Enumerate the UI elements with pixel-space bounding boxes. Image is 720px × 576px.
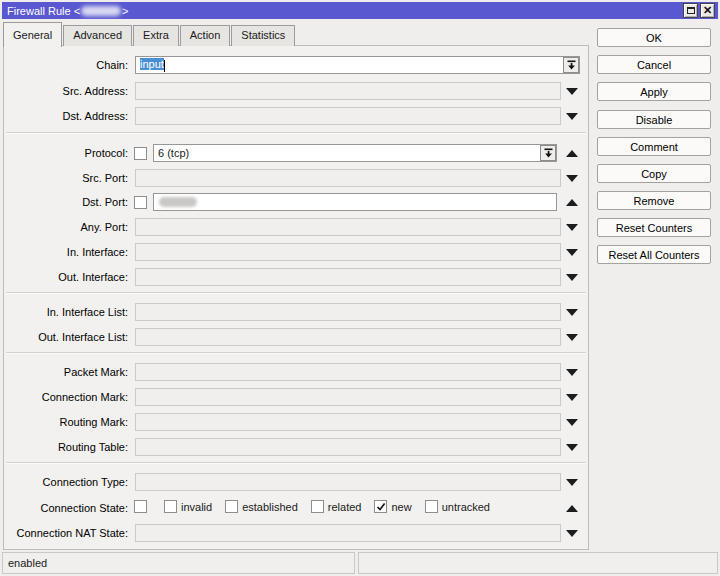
packet-mark-field[interactable] — [135, 363, 561, 381]
apply-button[interactable]: Apply — [597, 82, 711, 101]
out-interface-row: Out. Interface: — [4, 268, 588, 287]
checkbox-label-new: new — [391, 501, 411, 513]
src-port-field[interactable] — [135, 169, 561, 187]
checkbox-label-related: related — [328, 501, 362, 513]
any-port-field[interactable] — [135, 218, 561, 236]
checkbox-related[interactable] — [311, 500, 324, 513]
in-interface-list-row: In. Interface List: — [4, 303, 588, 322]
dst-address-field[interactable] — [135, 107, 561, 125]
connection-nat-state-dropdown[interactable] — [563, 526, 581, 541]
tab-extra[interactable]: Extra — [133, 25, 179, 46]
general-tab-panel: Chain: input Src. Address: Dst. Address:… — [3, 45, 589, 550]
chevron-down-icon — [566, 224, 578, 231]
comment-button[interactable]: Comment — [597, 137, 711, 156]
in-interface-list-label: In. Interface List: — [4, 306, 128, 318]
src-port-dropdown[interactable] — [563, 171, 581, 186]
section-separator — [6, 132, 586, 134]
chevron-down-icon — [566, 419, 578, 426]
connection-mark-label: Connection Mark: — [4, 391, 128, 403]
connection-type-field[interactable] — [135, 473, 561, 491]
chevron-down-icon — [566, 274, 578, 281]
status-panel-right — [358, 552, 718, 574]
chevron-down-icon — [566, 88, 578, 95]
in-interface-list-field[interactable] — [135, 303, 561, 321]
tab-statistics[interactable]: Statistics — [231, 25, 295, 46]
combo-arrow-icon — [544, 148, 553, 158]
titlebar[interactable]: Firewall Rule <> ✕ — [2, 2, 718, 19]
chain-combo-button[interactable] — [563, 57, 579, 73]
dst-port-not-checkbox[interactable] — [134, 196, 147, 209]
routing-mark-field[interactable] — [135, 413, 561, 431]
protocol-field[interactable]: 6 (tcp) — [153, 144, 557, 162]
chain-label: Chain: — [4, 59, 128, 71]
chain-field[interactable]: input — [135, 56, 580, 74]
connection-mark-dropdown[interactable] — [563, 390, 581, 405]
tab-action[interactable]: Action — [180, 25, 231, 46]
connection-state-options: invalid established related new untracke… — [134, 500, 503, 513]
status-panel-left: enabled — [2, 552, 355, 574]
redacted-dst-port-value — [159, 197, 197, 207]
chevron-down-icon — [566, 334, 578, 341]
out-interface-list-field[interactable] — [135, 328, 561, 346]
routing-table-field[interactable] — [135, 438, 561, 456]
connection-state-label: Connection State: — [4, 502, 128, 514]
protocol-label: Protocol: — [4, 147, 128, 159]
remove-button[interactable]: Remove — [597, 191, 711, 210]
checkbox-untracked[interactable] — [425, 500, 438, 513]
in-interface-dropdown[interactable] — [563, 245, 581, 260]
out-interface-list-dropdown[interactable] — [563, 330, 581, 345]
tab-bar: General Advanced Extra Action Statistics — [3, 25, 296, 46]
dst-address-dropdown[interactable] — [563, 109, 581, 124]
protocol-collapse[interactable] — [563, 146, 581, 161]
dst-address-label: Dst. Address: — [4, 110, 128, 122]
copy-button[interactable]: Copy — [597, 164, 711, 183]
connection-type-row: Connection Type: — [4, 473, 588, 492]
in-interface-list-dropdown[interactable] — [563, 305, 581, 320]
text-caret — [164, 60, 165, 72]
checkbox-label-invalid: invalid — [181, 501, 212, 513]
window-title-suffix: > — [122, 5, 128, 17]
in-interface-row: In. Interface: — [4, 243, 588, 262]
chevron-down-icon — [566, 249, 578, 256]
connection-state-enable-checkbox[interactable] — [134, 500, 147, 513]
tab-general[interactable]: General — [3, 22, 62, 47]
chain-row: Chain: input — [4, 56, 588, 75]
check-icon — [376, 502, 386, 512]
dst-port-collapse[interactable] — [563, 195, 581, 210]
connection-type-dropdown[interactable] — [563, 475, 581, 490]
connection-mark-field[interactable] — [135, 388, 561, 406]
ok-button[interactable]: OK — [597, 28, 711, 47]
out-interface-dropdown[interactable] — [563, 270, 581, 285]
any-port-dropdown[interactable] — [563, 220, 581, 235]
src-address-dropdown[interactable] — [563, 84, 581, 99]
chevron-down-icon — [566, 479, 578, 486]
checkbox-new[interactable] — [374, 500, 387, 513]
protocol-combo-button[interactable] — [540, 145, 556, 161]
protocol-value: 6 (tcp) — [154, 147, 189, 159]
reset-counters-button[interactable]: Reset Counters — [597, 218, 711, 237]
routing-mark-label: Routing Mark: — [4, 416, 128, 428]
dst-port-field[interactable] — [153, 193, 557, 211]
disable-button[interactable]: Disable — [597, 110, 711, 129]
checkbox-invalid[interactable] — [164, 500, 177, 513]
maximize-button[interactable] — [683, 3, 698, 18]
reset-all-counters-button[interactable]: Reset All Counters — [597, 245, 711, 264]
checkbox-established[interactable] — [225, 500, 238, 513]
firewall-rule-dialog: Firewall Rule <> ✕ General Advanced Extr… — [0, 0, 720, 576]
routing-table-dropdown[interactable] — [563, 440, 581, 455]
chevron-up-icon — [566, 150, 578, 157]
tab-advanced[interactable]: Advanced — [63, 25, 132, 46]
packet-mark-dropdown[interactable] — [563, 365, 581, 380]
src-address-field[interactable] — [135, 82, 561, 100]
in-interface-field[interactable] — [135, 243, 561, 261]
connection-nat-state-row: Connection NAT State: — [4, 524, 588, 543]
protocol-not-checkbox[interactable] — [134, 147, 147, 160]
connection-state-collapse[interactable] — [563, 501, 581, 516]
close-button[interactable]: ✕ — [700, 3, 715, 18]
src-address-row: Src. Address: — [4, 82, 588, 101]
cancel-button[interactable]: Cancel — [597, 55, 711, 74]
out-interface-field[interactable] — [135, 268, 561, 286]
out-interface-list-row: Out. Interface List: — [4, 328, 588, 347]
routing-mark-dropdown[interactable] — [563, 415, 581, 430]
connection-nat-state-field[interactable] — [135, 524, 561, 542]
